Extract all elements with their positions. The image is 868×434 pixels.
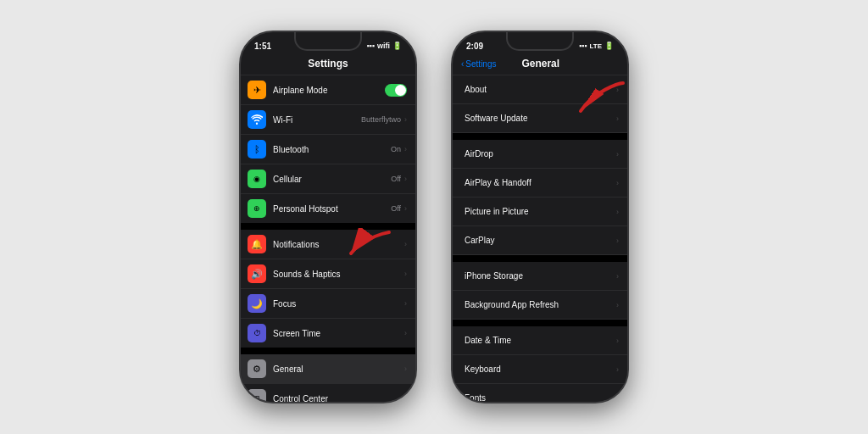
phone2-section3: iPhone Storage › Background App Refresh … — [453, 262, 627, 320]
wifi-item[interactable]: Wi-Fi Butterflytwo › — [241, 105, 415, 135]
notifications-icon: 🔔 — [248, 235, 266, 253]
airdrop-item[interactable]: AirDrop › — [453, 140, 627, 169]
controlcenter-chevron: › — [404, 394, 407, 402]
focus-chevron: › — [404, 299, 407, 308]
fonts-chevron: › — [616, 394, 619, 403]
phone2-gap3 — [453, 320, 627, 326]
pictureinpicture-label: Picture in Picture — [465, 207, 616, 216]
phone1-settings-list: ✈ Airplane Mode Wi-Fi Butterflytwo › ᛒ — [241, 75, 415, 402]
phone2-nav-bar: ‹ Settings General — [453, 56, 627, 75]
backgroundapp-chevron: › — [616, 301, 619, 309]
carplay-item[interactable]: CarPlay › — [453, 226, 627, 255]
airplane-mode-label: Airplane Mode — [273, 86, 385, 95]
phone1: 1:51 ▪▪▪ wifi 🔋 Settings ✈ Airplane Mode — [239, 31, 417, 403]
airdrop-chevron: › — [616, 150, 619, 159]
pictureinpicture-item[interactable]: Picture in Picture › — [453, 198, 627, 226]
datetime-label: Date & Time — [465, 336, 616, 345]
screentime-label: Screen Time — [273, 329, 404, 338]
signal-icon: ▪▪▪ — [366, 42, 375, 50]
phone2-section2: AirDrop › AirPlay & Handoff › Picture in… — [453, 140, 627, 255]
back-chevron-icon: ‹ — [461, 59, 464, 69]
controlcenter-icon: ⊞ — [248, 389, 266, 402]
focus-label: Focus — [273, 299, 404, 309]
bluetooth-value: On — [391, 145, 401, 153]
carplay-chevron: › — [616, 236, 619, 245]
bluetooth-item[interactable]: ᛒ Bluetooth On › — [241, 135, 415, 164]
hotspot-icon: ⊕ — [248, 199, 266, 218]
phone1-status-icons: ▪▪▪ wifi 🔋 — [366, 42, 402, 50]
airplane-mode-item[interactable]: ✈ Airplane Mode — [241, 75, 415, 105]
about-item[interactable]: About › — [453, 75, 627, 104]
phone2-gap2 — [453, 255, 627, 262]
software-update-item[interactable]: Software Update › — [453, 104, 627, 133]
phone2: 2:09 ▪▪▪ LTE 🔋 ‹ Settings General About … — [451, 31, 629, 403]
phone2-time: 2:09 — [466, 42, 483, 51]
airplay-item[interactable]: AirPlay & Handoff › — [453, 169, 627, 198]
carplay-label: CarPlay — [465, 236, 616, 245]
iphonestorage-item[interactable]: iPhone Storage › — [453, 262, 627, 291]
keyboard-label: Keyboard — [465, 364, 616, 374]
phone1-section1: ✈ Airplane Mode Wi-Fi Butterflytwo › ᛒ — [241, 75, 415, 223]
keyboard-item[interactable]: Keyboard › — [453, 355, 627, 384]
fonts-item[interactable]: Fonts › — [453, 384, 627, 402]
airplane-mode-toggle[interactable] — [385, 84, 407, 97]
phone1-title: Settings — [308, 58, 348, 70]
iphonestorage-chevron: › — [616, 272, 619, 281]
wifi-icon — [248, 110, 266, 129]
hotspot-value: Off — [391, 204, 401, 213]
sounds-item[interactable]: 🔊 Sounds & Haptics › — [241, 259, 415, 289]
airdrop-label: AirDrop — [465, 149, 616, 159]
pictureinpicture-chevron: › — [616, 208, 619, 216]
focus-item[interactable]: 🌙 Focus › — [241, 289, 415, 319]
sounds-chevron: › — [404, 270, 407, 278]
backgroundapp-item[interactable]: Background App Refresh › — [453, 291, 627, 320]
screentime-icon: ⏱ — [248, 324, 266, 342]
wifi-status-icon: wifi — [377, 42, 390, 50]
cellular-icon: ◉ — [248, 170, 266, 188]
keyboard-chevron: › — [616, 365, 619, 374]
general-chevron: › — [404, 364, 407, 373]
software-update-chevron: › — [616, 114, 619, 123]
phone1-notch — [294, 32, 362, 51]
backgroundapp-label: Background App Refresh — [465, 300, 616, 309]
lte-icon: LTE — [589, 42, 602, 50]
phone2-status-icons: ▪▪▪ LTE 🔋 — [579, 42, 614, 50]
phone2-section4: Date & Time › Keyboard › Fonts › Languag… — [453, 326, 627, 402]
sounds-label: Sounds & Haptics — [273, 270, 404, 279]
battery2-icon: 🔋 — [604, 42, 614, 50]
hotspot-item[interactable]: ⊕ Personal Hotspot Off › — [241, 194, 415, 223]
about-label: About — [465, 85, 616, 94]
notifications-label: Notifications — [273, 240, 404, 249]
back-button[interactable]: ‹ Settings — [461, 59, 496, 69]
sounds-icon: 🔊 — [248, 264, 266, 283]
hotspot-chevron: › — [404, 204, 407, 213]
wifi-label: Wi-Fi — [273, 115, 361, 125]
screentime-item[interactable]: ⏱ Screen Time › — [241, 319, 415, 348]
airplay-chevron: › — [616, 179, 619, 187]
notifications-chevron: › — [404, 240, 407, 248]
phone2-title: General — [496, 58, 585, 70]
main-container: 1:51 ▪▪▪ wifi 🔋 Settings ✈ Airplane Mode — [188, 14, 680, 420]
bluetooth-label: Bluetooth — [273, 145, 391, 154]
iphonestorage-label: iPhone Storage — [465, 271, 616, 281]
general-item[interactable]: ⚙ General › — [241, 354, 415, 384]
wifi-value: Butterflytwo — [361, 115, 401, 124]
focus-icon: 🌙 — [248, 294, 266, 313]
phone2-notch — [506, 32, 574, 51]
fonts-label: Fonts — [465, 393, 616, 402]
airplane-icon: ✈ — [248, 81, 266, 99]
phone1-gap1 — [241, 223, 415, 230]
general-icon: ⚙ — [248, 359, 266, 378]
wifi-chevron: › — [404, 115, 407, 124]
cellular-label: Cellular — [273, 175, 391, 184]
signal-bars-icon: ▪▪▪ — [579, 42, 587, 50]
phone1-section2: 🔔 Notifications › 🔊 Sounds & Haptics › 🌙… — [241, 230, 415, 348]
controlcenter-item[interactable]: ⊞ Control Center › — [241, 384, 415, 402]
cellular-item[interactable]: ◉ Cellular Off › — [241, 164, 415, 194]
notifications-item[interactable]: 🔔 Notifications › — [241, 230, 415, 259]
back-label: Settings — [465, 59, 496, 69]
phone1-gap2 — [241, 348, 415, 354]
airplay-label: AirPlay & Handoff — [465, 178, 616, 187]
datetime-item[interactable]: Date & Time › — [453, 326, 627, 355]
phone2-settings-list: About › Software Update › AirDrop › AirP… — [453, 75, 627, 402]
